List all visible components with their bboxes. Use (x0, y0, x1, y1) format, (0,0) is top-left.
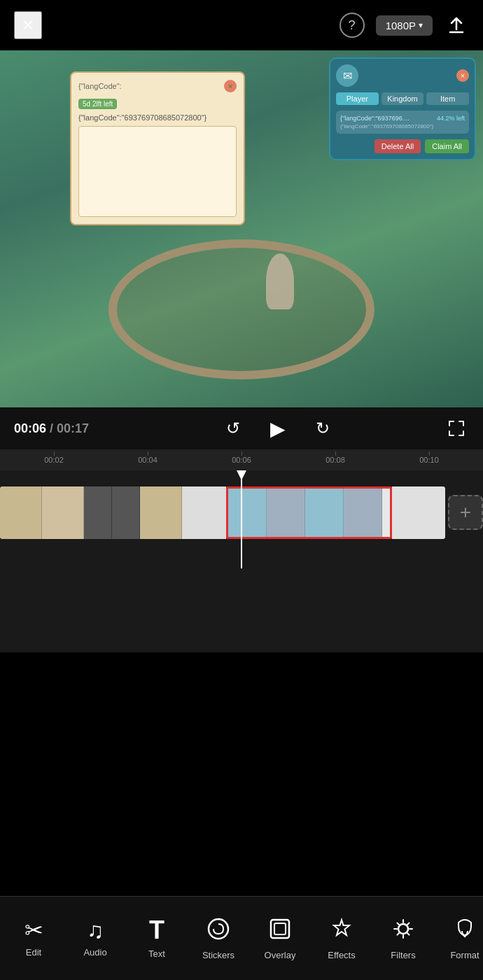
rewind-icon: ↺ (226, 419, 240, 438)
tool-text[interactable]: T Text (126, 900, 188, 977)
export-button[interactable] (444, 13, 469, 38)
help-button[interactable]: ? (340, 13, 365, 38)
thumb-frame-dark (84, 486, 112, 539)
thumb-frame (0, 486, 42, 539)
dialog-right-close[interactable]: × (456, 69, 469, 82)
svg-rect-1 (271, 920, 289, 938)
timeline-area: 00:02 00:04 00:06 00:08 00:10 (0, 449, 483, 652)
thumb-frame-sel (267, 489, 305, 537)
current-time: 00:06 (14, 421, 46, 435)
thumb-frame (42, 486, 84, 539)
tool-edit-label: Edit (26, 947, 41, 958)
help-icon: ? (349, 18, 356, 33)
thumb-frame (392, 486, 445, 539)
tool-text-label: Text (148, 948, 165, 959)
sticker-icon (206, 917, 230, 944)
dialog-left: {"langCode": × 5d 2lft left {"langCode":… (70, 71, 245, 225)
fullscreen-button[interactable] (444, 416, 469, 441)
track-segment-3[interactable] (392, 486, 445, 539)
tool-format-label: Format (450, 950, 479, 960)
tool-audio[interactable]: ♫ Audio (64, 900, 126, 977)
dialog-left-title-text: {"langCode": (78, 82, 122, 90)
timeline-tracks: + (0, 470, 483, 568)
play-icon: ▶ (270, 417, 286, 440)
resolution-label: 1080P (386, 20, 416, 31)
tool-filters[interactable]: Filters (372, 900, 434, 977)
thumb-frame-sel (228, 489, 267, 537)
close-button[interactable]: × (14, 11, 42, 39)
format-icon (453, 917, 477, 944)
ruler-mark-3: 00:06 (195, 456, 288, 464)
mail-icon: ✉ (336, 64, 358, 87)
main-track: + (0, 484, 483, 540)
overlay-icon (268, 917, 292, 944)
tool-stickers[interactable]: Stickers (188, 900, 249, 977)
plus-icon: + (460, 501, 471, 524)
add-track-button[interactable]: + (448, 495, 483, 530)
tab-player[interactable]: Player (336, 92, 379, 105)
tab-item[interactable]: Item (426, 92, 469, 105)
scissors-icon: ✂ (24, 919, 43, 941)
dialog-body (78, 126, 237, 217)
tool-filters-label: Filters (391, 950, 415, 960)
ruler-mark-5: 00:10 (382, 456, 476, 464)
close-icon: × (22, 15, 34, 35)
chevron-down-icon: ▾ (419, 20, 423, 30)
svg-point-3 (398, 924, 408, 934)
video-preview: {"langCode": × 5d 2lft left {"langCode":… (0, 50, 483, 407)
timeline-ruler: 00:02 00:04 00:06 00:08 00:10 (0, 449, 483, 470)
upload-icon (447, 15, 466, 35)
time-separator: / (46, 421, 57, 435)
music-icon: ♫ (87, 919, 104, 941)
svg-rect-2 (274, 923, 286, 934)
rewind-button[interactable]: ↺ (219, 414, 247, 442)
entry-main-text: {"langCode":"6937696.... (340, 115, 410, 122)
tool-format[interactable]: Format (434, 900, 483, 977)
track-segment-selected[interactable] (226, 486, 393, 539)
text-icon: T (149, 918, 164, 943)
claim-all-button[interactable]: Claim All (425, 139, 469, 153)
dialog-right: ✉ × Player Kingdom Item {"langCode":"693… (329, 57, 476, 160)
play-button[interactable]: ▶ (264, 414, 292, 442)
resolution-button[interactable]: 1080P ▾ (376, 15, 433, 36)
thumb-frames-3 (392, 486, 445, 539)
tool-edit[interactable]: ✂ Edit (3, 900, 64, 977)
dialog-left-close[interactable]: × (224, 80, 237, 92)
thumb-frame-sel (305, 489, 344, 537)
dialog-badge: 5d 2lft left (78, 99, 117, 109)
dialog-right-header: ✉ × (336, 64, 469, 87)
thumb-frames-1 (0, 486, 226, 539)
tab-kingdom[interactable]: Kingdom (382, 92, 424, 105)
thumb-frames-selected (228, 489, 391, 537)
tool-overlay-label: Overlay (265, 950, 296, 960)
delete-all-button[interactable]: Delete All (374, 139, 421, 153)
tool-overlay[interactable]: Overlay (249, 900, 311, 977)
thumb-frame (140, 486, 182, 539)
thumb-frame-dark (112, 486, 140, 539)
dialog-footer: Delete All Claim All (336, 139, 469, 153)
entry-pct: 44.2% left (437, 115, 465, 122)
tool-audio-label: Audio (83, 947, 106, 958)
character-sprite (266, 253, 294, 309)
playback-bar: 00:06 / 00:17 ↺ ▶ ↻ (0, 407, 483, 449)
right-controls: ? 1080P ▾ (340, 13, 469, 38)
entry-sub: {"langCode":"693769708685072800"} (340, 123, 465, 130)
tool-stickers-label: Stickers (202, 950, 234, 960)
stone-circle (108, 239, 374, 379)
forward-button[interactable]: ↻ (309, 414, 337, 442)
fullscreen-icon (447, 419, 466, 438)
top-bar: × ? 1080P ▾ (0, 0, 483, 50)
track-segment-1[interactable] (0, 486, 226, 539)
total-time: 00:17 (57, 421, 89, 435)
bottom-toolbar: ✂ Edit ♫ Audio T Text Stickers Overlay (0, 896, 483, 980)
ruler-mark-2: 00:04 (101, 456, 195, 464)
svg-point-0 (209, 919, 228, 939)
dialog-left-title: {"langCode": × (78, 80, 237, 92)
filters-icon (391, 917, 415, 944)
dialog-text: {"langCode":"693769708685072800"} (78, 113, 237, 122)
dialog-entry-main: {"langCode":"6937696.... 44.2% left {"la… (336, 111, 469, 134)
tool-effects[interactable]: Effects (311, 900, 372, 977)
forward-icon: ↻ (316, 419, 330, 438)
dialog-tabs: Player Kingdom Item (336, 92, 469, 105)
ruler-mark-1: 00:02 (7, 456, 101, 464)
